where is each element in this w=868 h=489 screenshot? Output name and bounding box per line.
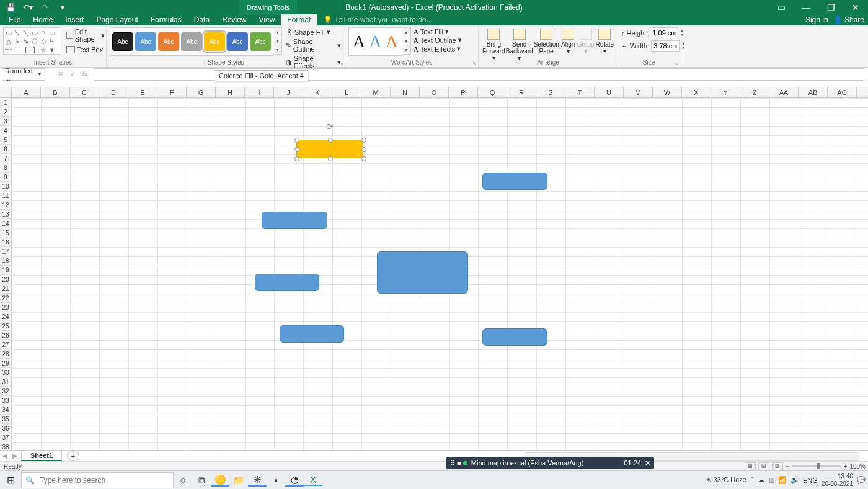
tab-format[interactable]: Format — [281, 14, 317, 25]
app-icon[interactable]: ▪ — [267, 475, 285, 485]
sign-in-link[interactable]: Sign in — [805, 16, 828, 24]
wordart-gallery-spinner[interactable]: ▲▼▾ — [402, 27, 411, 55]
row-header[interactable]: 2 — [0, 107, 12, 117]
width-input[interactable] — [651, 40, 680, 52]
tab-insert[interactable]: Insert — [59, 14, 90, 25]
style-swatch-blue[interactable]: Abc — [135, 32, 156, 51]
column-header[interactable]: A — [12, 87, 41, 97]
send-backward-button[interactable]: Send Backward ▾ — [506, 27, 533, 63]
text-fill-button[interactable]: AText Fill ▾ — [414, 27, 462, 35]
rotate-button[interactable]: Rotate ▾ — [595, 27, 614, 63]
style-swatch-orange[interactable]: Abc — [158, 32, 179, 51]
row-header[interactable]: 8 — [0, 163, 12, 173]
ribbon-display-icon[interactable]: ▭ — [769, 0, 794, 15]
style-swatch-dblue[interactable]: Abc — [227, 32, 248, 51]
height-spinner[interactable]: ▲▼ — [680, 29, 684, 37]
taskbar-clock[interactable]: 13:40 20-08-2021 — [822, 473, 853, 488]
selection-handle[interactable] — [361, 138, 366, 143]
shape-icon[interactable]: ⌒ — [13, 46, 21, 54]
column-header[interactable]: D — [99, 87, 128, 97]
row-header[interactable]: 32 — [0, 387, 12, 396]
stop-icon[interactable]: ■ — [457, 459, 461, 467]
column-header[interactable]: J — [274, 87, 303, 97]
selection-handle[interactable] — [328, 138, 333, 143]
column-header[interactable]: B — [41, 87, 70, 97]
share-button[interactable]: 👤 Share — [833, 16, 864, 24]
wifi-icon[interactable]: 📶 — [778, 476, 787, 484]
shape-icon[interactable]: ○ — [39, 29, 47, 37]
task-view-icon[interactable]: ⧉ — [192, 475, 211, 486]
row-header[interactable]: 33 — [0, 396, 12, 405]
tab-page-layout[interactable]: Page Layout — [90, 14, 144, 25]
column-header[interactable]: Z — [740, 87, 769, 97]
column-header[interactable]: N — [391, 87, 420, 97]
name-box[interactable]: Rounded ...▼ — [2, 68, 45, 81]
bring-forward-button[interactable]: Bring Forward ▾ — [482, 27, 506, 63]
shape-fill-button[interactable]: 🛢Shape Fill ▾ — [285, 27, 342, 37]
text-outline-button[interactable]: AText Outline ▾ — [414, 36, 462, 44]
column-header[interactable]: C — [70, 87, 99, 97]
tab-view[interactable]: View — [253, 14, 281, 25]
view-page-break-button[interactable]: ▥ — [772, 462, 783, 470]
column-header[interactable]: Q — [478, 87, 507, 97]
style-swatch-green[interactable]: Abc — [250, 32, 271, 51]
view-normal-button[interactable]: ▦ — [745, 462, 756, 470]
row-header[interactable]: 9 — [0, 173, 12, 182]
column-header[interactable]: R — [507, 87, 536, 97]
zoom-slider[interactable] — [792, 465, 841, 467]
row-header[interactable]: 25 — [0, 321, 12, 331]
dialog-launcher-icon[interactable]: ↘ — [472, 61, 477, 66]
shape-icon[interactable]: 〰 — [4, 46, 12, 54]
shape-icon[interactable]: ↳ — [13, 37, 21, 45]
onedrive-icon[interactable]: ☁ — [758, 476, 764, 484]
dialog-launcher-icon[interactable]: ↘ — [674, 61, 678, 66]
row-header[interactable]: 12 — [0, 200, 12, 210]
height-input[interactable] — [650, 27, 678, 38]
shape-icon[interactable]: ▭ — [4, 29, 12, 37]
row-header[interactable]: 19 — [0, 266, 12, 275]
column-header[interactable]: U — [595, 87, 624, 97]
rounded-rectangle-shape[interactable] — [482, 173, 547, 190]
volume-icon[interactable]: 🔊 — [790, 476, 799, 484]
select-all-corner[interactable] — [0, 87, 12, 97]
row-header[interactable]: 22 — [0, 294, 12, 303]
rounded-rectangle-shape[interactable] — [255, 274, 319, 291]
sheet-nav-prev[interactable]: ◀ — [0, 452, 10, 459]
row-header[interactable]: 7 — [0, 154, 12, 163]
rotate-handle-icon[interactable]: ⟳ — [325, 122, 335, 132]
language-indicator[interactable]: ENG — [803, 477, 818, 484]
row-header[interactable]: 34 — [0, 405, 12, 415]
view-page-layout-button[interactable]: ▤ — [758, 462, 769, 470]
row-header[interactable]: 28 — [0, 349, 12, 359]
selection-handle[interactable] — [328, 156, 333, 161]
row-header[interactable]: 35 — [0, 415, 12, 424]
zoom-in-button[interactable]: + — [844, 463, 848, 470]
app2-icon[interactable]: ◔ — [285, 474, 304, 487]
column-header[interactable]: X — [682, 87, 711, 97]
cancel-icon[interactable]: ✕ — [54, 70, 66, 78]
row-header[interactable]: 3 — [0, 117, 12, 126]
row-header[interactable]: 15 — [0, 228, 12, 238]
selection-handle[interactable] — [294, 138, 299, 143]
row-header[interactable]: 26 — [0, 331, 12, 340]
shape-icon[interactable]: ＼ — [22, 29, 30, 37]
row-header[interactable]: 10 — [0, 182, 12, 191]
shape-icon[interactable]: ☆ — [39, 46, 47, 54]
column-header[interactable]: H — [216, 87, 245, 97]
selection-pane-button[interactable]: Selection Pane — [533, 27, 560, 63]
text-effects-button[interactable]: AText Effects ▾ — [414, 45, 462, 53]
drag-handle-icon[interactable]: ⠿ — [450, 459, 455, 467]
tray-chevron-icon[interactable]: ˄ — [750, 476, 754, 484]
column-header[interactable]: I — [245, 87, 274, 97]
excel-icon[interactable]: X — [304, 474, 322, 486]
sheet-tab-sheet1[interactable]: Sheet1 — [21, 451, 62, 461]
column-header[interactable]: Y — [711, 87, 740, 97]
column-header[interactable]: V — [624, 87, 653, 97]
gallery-spinner[interactable]: ▲▼▾ — [273, 27, 282, 55]
edit-shape-button[interactable]: Edit Shape ▾ — [65, 27, 106, 43]
fx-icon[interactable]: fx — [79, 70, 91, 78]
column-header[interactable]: S — [536, 87, 565, 97]
row-header[interactable]: 1 — [0, 98, 12, 107]
shapes-gallery[interactable]: ▭＼＼▭○▭ △↳⇘⬠◇⤷ 〰⌒{}☆▾ — [3, 27, 61, 55]
row-header[interactable]: 36 — [0, 424, 12, 433]
